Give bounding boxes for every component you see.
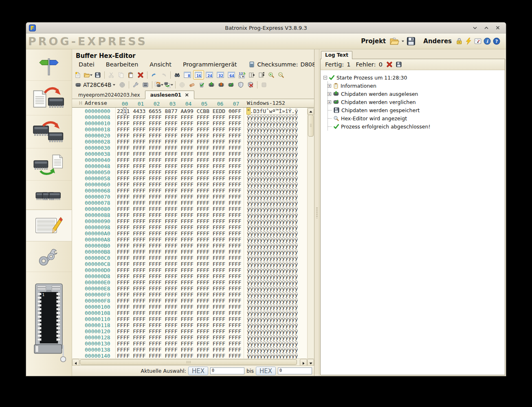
hex-row[interactable]: 000000A0FFFF FFFF FFFF FFFF FFFF FFFF FF… xyxy=(72,230,307,237)
horizontal-scroll-thumb[interactable] xyxy=(80,359,297,365)
row-ascii[interactable]: ÿÿÿÿÿÿÿÿÿÿÿÿÿÿÿÿ xyxy=(247,255,298,261)
hex-row[interactable]: 00000068FFFF FFFF FFFF FFFF FFFF FFFF FF… xyxy=(72,188,307,194)
row-ascii[interactable]: ÿÿÿÿÿÿÿÿÿÿÿÿÿÿÿÿ xyxy=(247,292,298,298)
row-hex-cells[interactable]: FFFF FFFF FFFF FFFF FFFF FFFF FFFF FFFF xyxy=(117,243,241,249)
menu-bearbeiten[interactable]: Bearbeiten xyxy=(106,61,138,68)
hex-base-button-from[interactable]: HEX xyxy=(188,367,208,375)
hex-row[interactable]: 00000108FFFF FFFF FFFF FFFF FFFF FFFF FF… xyxy=(72,310,307,316)
row-hex-cells[interactable]: FFFF FFFF FFFF FFFF FFFF FFFF FFFF FFFF xyxy=(117,267,241,273)
sidebar-item-chip-to-file[interactable] xyxy=(26,148,72,181)
row-hex-cells[interactable]: FFFF FFFF FFFF FFFF FFFF FFFF FFFF FFFF xyxy=(117,328,241,334)
row-hex-cells[interactable]: FFFF FFFF FFFF FFFF FFFF FFFF FFFF FFFF xyxy=(117,126,241,133)
hex-row[interactable]: 00000028FFFF FFFF FFFF FFFF FFFF FFFF FF… xyxy=(72,139,307,145)
row-hex-cells[interactable]: FFFF FFFF FFFF FFFF FFFF FFFF FFFF FFFF xyxy=(117,255,241,261)
new-buffer-button[interactable] xyxy=(73,71,83,80)
sidebar-item-wizard[interactable] xyxy=(26,53,72,81)
read-chip-to-buffer-button[interactable] xyxy=(164,80,174,89)
row-hex-cells[interactable]: FFFF FFFF FFFF FFFF FFFF FFFF FFFF FFFF xyxy=(117,194,241,200)
undo-button[interactable] xyxy=(149,71,159,80)
close-button[interactable] xyxy=(495,25,500,30)
hex-row[interactable]: 00000058FFFF FFFF FFFF FFFF FFFF FFFF FF… xyxy=(72,175,307,181)
protect-chip-button[interactable] xyxy=(236,80,246,89)
hex-row[interactable]: 00000090FFFF FFFF FFFF FFFF FFFF FFFF FF… xyxy=(72,218,307,224)
collapse-icon[interactable]: − xyxy=(323,76,327,80)
scroll-up-button[interactable] xyxy=(308,108,314,115)
hex-row[interactable]: 000000E8FFFF FFFF FFFF FFFF FFFF FFFF FF… xyxy=(72,285,307,292)
row-hex-cells[interactable]: FFFF FFFF FFFF FFFF FFFF FFFF FFFF FFFF xyxy=(117,249,241,255)
row-ascii[interactable]: ÿÿÿÿÿÿÿÿÿÿÿÿÿÿÿÿ xyxy=(247,212,298,218)
row-ascii[interactable]: ÿÿÿÿÿÿÿÿÿÿÿÿÿÿÿÿ xyxy=(247,139,298,145)
width-16-button[interactable]: 16 xyxy=(193,70,204,80)
vertical-scrollbar[interactable] xyxy=(307,108,314,358)
row-ascii[interactable]: ÿÿÿÿÿÿÿÿÿÿÿÿÿÿÿÿ xyxy=(247,347,298,353)
ascii-cursor[interactable]: " xyxy=(247,108,250,114)
log-entry[interactable]: Hex-Editor wird angezeigt xyxy=(328,114,505,122)
row-ascii[interactable]: ÿÿÿÿÿÿÿÿÿÿÿÿÿÿÿÿ xyxy=(247,188,298,194)
tab-myeeprom[interactable]: myeeprom20240203.hex xyxy=(73,91,145,99)
insert-column-right-button[interactable] xyxy=(257,71,266,80)
hex-row[interactable]: 00000020FFFF FFFF FFFF FFFF FFFF FFFF FF… xyxy=(72,133,307,139)
menu-datei[interactable]: Datei xyxy=(79,61,95,68)
erase-chip-button[interactable] xyxy=(187,80,197,89)
open-file-button[interactable] xyxy=(83,71,93,80)
expand-icon[interactable]: + xyxy=(328,92,331,96)
row-hex-cells[interactable]: FFFF FFFF FFFF FFFF FFFF FFFF FFFF FFFF xyxy=(117,175,241,181)
log-entry[interactable]: +Informationen xyxy=(328,82,505,90)
hex-row[interactable]: 000000002211 4433 6655 8877 AA99 CCBB EE… xyxy=(72,108,307,114)
tab-auslesen01[interactable]: auslesen01 xyxy=(145,91,195,99)
row-hex-cells[interactable]: FFFF FFFF FFFF FFFF FFFF FFFF FFFF FFFF xyxy=(117,212,241,218)
row-hex-cells[interactable]: FFFF FFFF FFFF FFFF FFFF FFFF FFFF FFFF xyxy=(117,341,241,347)
row-hex-cells[interactable]: FFFF FFFF FFFF FFFF FFFF FFFF FFFF FFFF xyxy=(117,218,241,224)
hex-row[interactable]: 00000128FFFF FFFF FFFF FFFF FFFF FFFF FF… xyxy=(72,334,307,341)
width-64-button[interactable]: 64 xyxy=(226,70,237,80)
hex-row[interactable]: 000000D0FFFF FFFF FFFF FFFF FFFF FFFF FF… xyxy=(72,267,307,273)
zoom-out-button[interactable] xyxy=(276,71,286,80)
hex-row[interactable]: 00000070FFFF FFFF FFFF FFFF FFFF FFFF FF… xyxy=(72,194,307,200)
row-ascii[interactable]: ÿÿÿÿÿÿÿÿÿÿÿÿÿÿÿÿ xyxy=(247,194,298,200)
width-32-button[interactable]: 32 xyxy=(215,70,226,80)
row-hex-cells[interactable]: FFFF FFFF FFFF FFFF FFFF FFFF FFFF FFFF xyxy=(117,316,241,322)
hex-row[interactable]: 00000110FFFF FFFF FFFF FFFF FFFF FFFF FF… xyxy=(72,316,307,322)
chip-identify-button[interactable] xyxy=(117,80,127,89)
row-hex-cells[interactable]: FFFF FFFF FFFF FFFF FFFF FFFF FFFF FFFF xyxy=(117,188,241,194)
hex-row[interactable]: 00000078FFFF FFFF FFFF FFFF FFFF FFFF FF… xyxy=(72,200,307,206)
row-hex-cells[interactable]: FFFF FFFF FFFF FFFF FFFF FFFF FFFF FFFF xyxy=(117,163,241,169)
row-hex-cells[interactable]: FFFF FFFF FFFF FFFF FFFF FFFF FFFF FFFF xyxy=(117,261,241,267)
hex-row[interactable]: 00000050FFFF FFFF FFFF FFFF FFFF FFFF FF… xyxy=(72,169,307,175)
lightning-icon[interactable] xyxy=(465,38,472,45)
row-ascii[interactable]: ÿÿÿÿÿÿÿÿÿÿÿÿÿÿÿÿ xyxy=(247,267,298,273)
lock-icon[interactable] xyxy=(455,38,463,45)
row-ascii[interactable]: ÿÿÿÿÿÿÿÿÿÿÿÿÿÿÿÿ xyxy=(247,310,298,316)
hex-row[interactable]: 00000140FFFF FFFF FFFF FFFF FFFF FFFF FF… xyxy=(72,353,307,358)
row-ascii[interactable]: ÿÿÿÿÿÿÿÿÿÿÿÿÿÿÿÿ xyxy=(247,151,298,157)
chip-options-button[interactable] xyxy=(131,80,141,89)
hex-row[interactable]: 00000008FFFF FFFF FFFF FFFF FFFF FFFF FF… xyxy=(72,114,307,120)
selection-from-input[interactable]: 0 xyxy=(210,367,244,374)
row-ascii[interactable]: ÿÿÿÿÿÿÿÿÿÿÿÿÿÿÿÿ xyxy=(247,145,298,151)
maximize-button[interactable] xyxy=(484,25,489,30)
hex-grid[interactable]: 000000002211 4433 6655 8877 AA99 CCBB EE… xyxy=(72,108,314,358)
verify-chip-button[interactable] xyxy=(226,80,236,89)
vertical-scroll-thumb[interactable] xyxy=(308,115,314,137)
row-ascii[interactable]: ÿÿÿÿÿÿÿÿÿÿÿÿÿÿÿÿ xyxy=(247,261,298,267)
row-ascii[interactable]: ÿÿÿÿÿÿÿÿÿÿÿÿÿÿÿÿ xyxy=(247,218,298,224)
delete-button[interactable] xyxy=(136,71,145,80)
width-24-button[interactable]: 24 xyxy=(204,70,215,80)
hex-row[interactable]: 000000C8FFFF FFFF FFFF FFFF FFFF FFFF FF… xyxy=(72,261,307,267)
hex-cursor[interactable]: 1 xyxy=(123,108,127,114)
row-ascii[interactable]: ÿÿÿÿÿÿÿÿÿÿÿÿÿÿÿÿ xyxy=(247,279,298,285)
hex-row[interactable]: 000000F0FFFF FFFF FFFF FFFF FFFF FFFF FF… xyxy=(72,292,307,298)
tab-log-text[interactable]: Log Text xyxy=(321,51,352,59)
row-hex-cells[interactable]: FFFF FFFF FFFF FFFF FFFF FFFF FFFF FFFF xyxy=(117,114,241,120)
search-button[interactable] xyxy=(172,71,182,80)
row-ascii[interactable]: ÿÿÿÿÿÿÿÿÿÿÿÿÿÿÿÿ xyxy=(247,200,298,206)
row-ascii[interactable]: ÿÿÿÿÿÿÿÿÿÿÿÿÿÿÿÿ xyxy=(247,334,298,341)
row-ascii[interactable]: ÿÿÿÿÿÿÿÿÿÿÿÿÿÿÿÿ xyxy=(247,298,298,304)
socket-info-button[interactable] xyxy=(141,80,150,89)
save-log-icon[interactable] xyxy=(396,61,402,68)
row-ascii[interactable]: ÿÿÿÿÿÿÿÿÿÿÿÿÿÿÿÿ xyxy=(247,175,298,181)
row-hex-cells[interactable]: FFFF FFFF FFFF FFFF FFFF FFFF FFFF FFFF xyxy=(117,322,241,328)
hex-row[interactable]: 00000030FFFF FFFF FFFF FFFF FFFF FFFF FF… xyxy=(72,145,307,151)
low-high-byte-order-button[interactable]: 1234L H xyxy=(237,71,247,80)
blank-check-button[interactable] xyxy=(197,80,207,89)
